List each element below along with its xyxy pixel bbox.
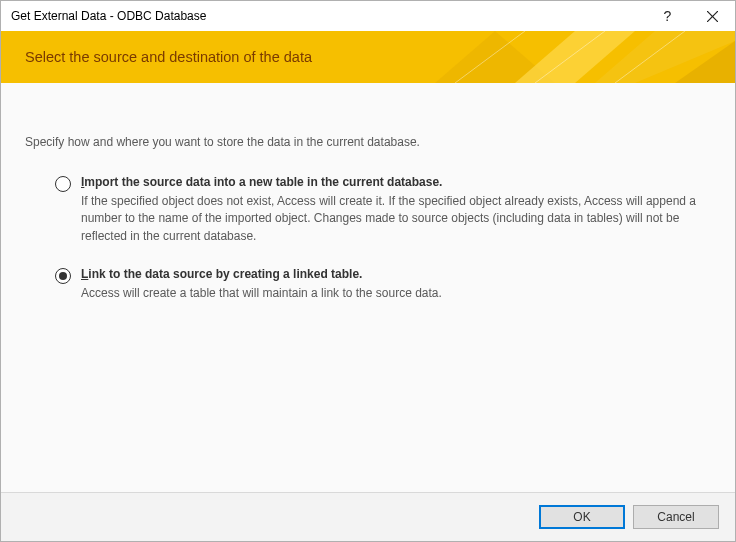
radio-link[interactable] <box>55 268 71 284</box>
svg-marker-3 <box>515 31 635 83</box>
option-link-title: Link to the data source by creating a li… <box>81 267 711 281</box>
option-import-text: Import the source data into a new table … <box>81 175 711 245</box>
svg-line-7 <box>535 31 605 83</box>
option-import-desc: If the specified object does not exist, … <box>81 193 711 245</box>
banner-decoration <box>375 31 735 83</box>
option-import-title: Import the source data into a new table … <box>81 175 711 189</box>
dialog-body: Specify how and where you want to store … <box>1 83 735 492</box>
dialog-window: Get External Data - ODBC Database ? Sele… <box>0 0 736 542</box>
cancel-button[interactable]: Cancel <box>633 505 719 529</box>
window-title: Get External Data - ODBC Database <box>1 9 645 23</box>
titlebar: Get External Data - ODBC Database ? <box>1 1 735 31</box>
option-link-text: Link to the data source by creating a li… <box>81 267 711 302</box>
ok-button[interactable]: OK <box>539 505 625 529</box>
option-link[interactable]: Link to the data source by creating a li… <box>25 267 711 302</box>
option-import[interactable]: Import the source data into a new table … <box>25 175 711 245</box>
banner: Select the source and destination of the… <box>1 31 735 83</box>
svg-line-6 <box>455 31 525 83</box>
radio-import[interactable] <box>55 176 71 192</box>
close-icon <box>707 11 718 22</box>
svg-marker-2 <box>435 31 555 83</box>
intro-text: Specify how and where you want to store … <box>25 135 711 149</box>
svg-marker-5 <box>675 41 735 83</box>
banner-heading: Select the source and destination of the… <box>1 49 312 65</box>
window-controls: ? <box>645 1 735 31</box>
help-button[interactable]: ? <box>645 1 690 31</box>
svg-marker-4 <box>595 31 735 83</box>
close-button[interactable] <box>690 1 735 31</box>
option-link-desc: Access will create a table that will mai… <box>81 285 711 302</box>
dialog-footer: OK Cancel <box>1 492 735 541</box>
svg-line-8 <box>615 31 685 83</box>
